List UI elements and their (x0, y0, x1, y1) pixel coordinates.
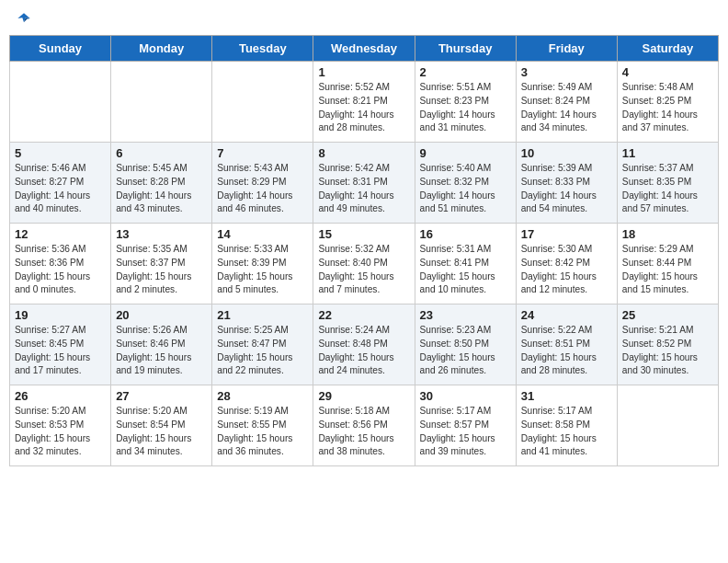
day-info: Sunrise: 5:20 AM Sunset: 8:54 PM Dayligh… (116, 405, 207, 459)
day-number: 24 (521, 308, 612, 322)
day-info: Sunrise: 5:21 AM Sunset: 8:52 PM Dayligh… (622, 324, 713, 378)
weekday-header-tuesday: Tuesday (212, 36, 313, 62)
calendar-cell: 29Sunrise: 5:18 AM Sunset: 8:56 PM Dayli… (313, 385, 415, 466)
day-info: Sunrise: 5:32 AM Sunset: 8:40 PM Dayligh… (318, 243, 409, 297)
calendar-cell: 17Sunrise: 5:30 AM Sunset: 8:42 PM Dayli… (516, 224, 617, 304)
day-number: 2 (420, 65, 511, 79)
day-info: Sunrise: 5:49 AM Sunset: 8:24 PM Dayligh… (521, 81, 612, 135)
day-info: Sunrise: 5:23 AM Sunset: 8:50 PM Dayligh… (420, 324, 511, 378)
calendar-week-row: 12Sunrise: 5:36 AM Sunset: 8:36 PM Dayli… (10, 224, 719, 304)
day-number: 14 (217, 227, 308, 241)
day-info: Sunrise: 5:48 AM Sunset: 8:25 PM Dayligh… (622, 81, 713, 135)
day-number: 10 (521, 146, 612, 160)
day-info: Sunrise: 5:30 AM Sunset: 8:42 PM Dayligh… (521, 243, 612, 297)
calendar-cell: 4Sunrise: 5:48 AM Sunset: 8:25 PM Daylig… (617, 62, 718, 143)
svg-marker-0 (17, 13, 29, 22)
calendar-cell: 1Sunrise: 5:52 AM Sunset: 8:21 PM Daylig… (313, 62, 415, 143)
day-info: Sunrise: 5:40 AM Sunset: 8:32 PM Dayligh… (420, 162, 511, 216)
calendar-cell: 7Sunrise: 5:43 AM Sunset: 8:29 PM Daylig… (212, 143, 313, 224)
day-number: 25 (622, 308, 713, 322)
calendar-cell: 23Sunrise: 5:23 AM Sunset: 8:50 PM Dayli… (415, 304, 516, 385)
day-number: 22 (318, 308, 409, 322)
day-info: Sunrise: 5:20 AM Sunset: 8:53 PM Dayligh… (15, 405, 106, 459)
calendar-cell: 28Sunrise: 5:19 AM Sunset: 8:55 PM Dayli… (212, 385, 313, 466)
day-number: 29 (318, 389, 409, 403)
day-number: 3 (521, 65, 612, 79)
day-number: 9 (420, 146, 511, 160)
day-number: 28 (217, 389, 308, 403)
day-number: 26 (15, 389, 106, 403)
calendar-cell: 21Sunrise: 5:25 AM Sunset: 8:47 PM Dayli… (212, 304, 313, 385)
day-number: 16 (420, 227, 511, 241)
day-number: 23 (420, 308, 511, 322)
calendar-week-row: 1Sunrise: 5:52 AM Sunset: 8:21 PM Daylig… (10, 62, 719, 143)
day-info: Sunrise: 5:39 AM Sunset: 8:33 PM Dayligh… (521, 162, 612, 216)
calendar-cell (617, 385, 718, 466)
calendar-cell: 19Sunrise: 5:27 AM Sunset: 8:45 PM Dayli… (10, 304, 111, 385)
calendar-cell: 13Sunrise: 5:35 AM Sunset: 8:37 PM Dayli… (111, 224, 212, 304)
weekday-header-thursday: Thursday (415, 36, 516, 62)
day-number: 5 (15, 146, 106, 160)
calendar-cell (212, 62, 313, 143)
calendar-cell: 18Sunrise: 5:29 AM Sunset: 8:44 PM Dayli… (617, 224, 718, 304)
day-info: Sunrise: 5:31 AM Sunset: 8:41 PM Dayligh… (420, 243, 511, 297)
day-number: 15 (318, 227, 409, 241)
day-info: Sunrise: 5:24 AM Sunset: 8:48 PM Dayligh… (318, 324, 409, 378)
calendar-cell: 16Sunrise: 5:31 AM Sunset: 8:41 PM Dayli… (415, 224, 516, 304)
day-number: 21 (217, 308, 308, 322)
weekday-header-monday: Monday (111, 36, 212, 62)
calendar-cell: 22Sunrise: 5:24 AM Sunset: 8:48 PM Dayli… (313, 304, 415, 385)
day-info: Sunrise: 5:27 AM Sunset: 8:45 PM Dayligh… (15, 324, 106, 378)
day-info: Sunrise: 5:37 AM Sunset: 8:35 PM Dayligh… (622, 162, 713, 216)
day-info: Sunrise: 5:29 AM Sunset: 8:44 PM Dayligh… (622, 243, 713, 297)
weekday-header-saturday: Saturday (617, 36, 718, 62)
weekday-header-row: SundayMondayTuesdayWednesdayThursdayFrid… (10, 36, 719, 62)
calendar-week-row: 26Sunrise: 5:20 AM Sunset: 8:53 PM Dayli… (10, 385, 719, 466)
calendar-table: SundayMondayTuesdayWednesdayThursdayFrid… (9, 35, 719, 466)
day-info: Sunrise: 5:26 AM Sunset: 8:46 PM Dayligh… (116, 324, 207, 378)
weekday-header-wednesday: Wednesday (313, 36, 415, 62)
day-number: 11 (622, 146, 713, 160)
day-number: 13 (116, 227, 207, 241)
calendar-cell: 26Sunrise: 5:20 AM Sunset: 8:53 PM Dayli… (10, 385, 111, 466)
day-number: 19 (15, 308, 106, 322)
calendar-week-row: 19Sunrise: 5:27 AM Sunset: 8:45 PM Dayli… (10, 304, 719, 385)
day-number: 20 (116, 308, 207, 322)
calendar-cell: 25Sunrise: 5:21 AM Sunset: 8:52 PM Dayli… (617, 304, 718, 385)
day-info: Sunrise: 5:17 AM Sunset: 8:57 PM Dayligh… (420, 405, 511, 459)
logo-bird-icon (15, 9, 33, 28)
calendar-cell: 9Sunrise: 5:40 AM Sunset: 8:32 PM Daylig… (415, 143, 516, 224)
day-info: Sunrise: 5:25 AM Sunset: 8:47 PM Dayligh… (217, 324, 308, 378)
day-info: Sunrise: 5:43 AM Sunset: 8:29 PM Dayligh… (217, 162, 308, 216)
day-info: Sunrise: 5:51 AM Sunset: 8:23 PM Dayligh… (420, 81, 511, 135)
calendar-week-row: 5Sunrise: 5:46 AM Sunset: 8:27 PM Daylig… (10, 143, 719, 224)
weekday-header-friday: Friday (516, 36, 617, 62)
calendar-cell: 12Sunrise: 5:36 AM Sunset: 8:36 PM Dayli… (10, 224, 111, 304)
calendar-cell: 8Sunrise: 5:42 AM Sunset: 8:31 PM Daylig… (313, 143, 415, 224)
day-info: Sunrise: 5:18 AM Sunset: 8:56 PM Dayligh… (318, 405, 409, 459)
day-number: 12 (15, 227, 106, 241)
day-info: Sunrise: 5:35 AM Sunset: 8:37 PM Dayligh… (116, 243, 207, 297)
calendar-cell (111, 62, 212, 143)
day-number: 6 (116, 146, 207, 160)
calendar-cell: 14Sunrise: 5:33 AM Sunset: 8:39 PM Dayli… (212, 224, 313, 304)
calendar-cell: 2Sunrise: 5:51 AM Sunset: 8:23 PM Daylig… (415, 62, 516, 143)
day-info: Sunrise: 5:33 AM Sunset: 8:39 PM Dayligh… (217, 243, 308, 297)
day-number: 7 (217, 146, 308, 160)
weekday-header-sunday: Sunday (10, 36, 111, 62)
day-info: Sunrise: 5:52 AM Sunset: 8:21 PM Dayligh… (318, 81, 409, 135)
calendar-cell: 30Sunrise: 5:17 AM Sunset: 8:57 PM Dayli… (415, 385, 516, 466)
day-number: 31 (521, 389, 612, 403)
day-number: 18 (622, 227, 713, 241)
calendar-cell: 31Sunrise: 5:17 AM Sunset: 8:58 PM Dayli… (516, 385, 617, 466)
day-info: Sunrise: 5:22 AM Sunset: 8:51 PM Dayligh… (521, 324, 612, 378)
calendar-cell: 3Sunrise: 5:49 AM Sunset: 8:24 PM Daylig… (516, 62, 617, 143)
logo (13, 9, 33, 28)
day-number: 1 (318, 65, 409, 79)
day-info: Sunrise: 5:42 AM Sunset: 8:31 PM Dayligh… (318, 162, 409, 216)
day-info: Sunrise: 5:46 AM Sunset: 8:27 PM Dayligh… (15, 162, 106, 216)
day-number: 8 (318, 146, 409, 160)
calendar-cell (10, 62, 111, 143)
day-number: 27 (116, 389, 207, 403)
calendar-cell: 24Sunrise: 5:22 AM Sunset: 8:51 PM Dayli… (516, 304, 617, 385)
